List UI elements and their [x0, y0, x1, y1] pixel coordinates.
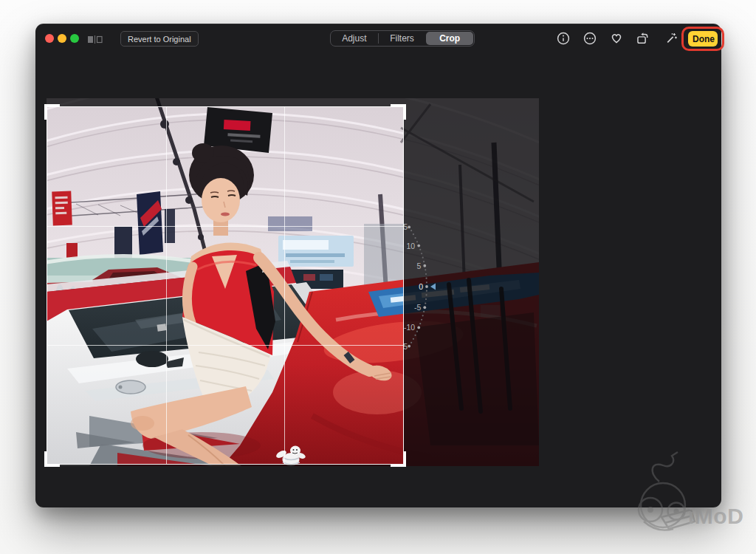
desktop-background: Revert to Original Adjust Filters Crop — [0, 0, 756, 554]
rotation-dial[interactable]: 151050-5-10-15 — [404, 214, 448, 359]
crop-handle-top-right[interactable] — [391, 104, 406, 120]
svg-text:-5: -5 — [414, 303, 421, 312]
grid-line-horizontal-2 — [47, 345, 403, 346]
grid-line-vertical-1 — [166, 107, 167, 464]
compare-icon[interactable] — [87, 34, 103, 44]
svg-text:-15: -15 — [404, 342, 408, 351]
close-button[interactable] — [45, 34, 54, 43]
auto-enhance-icon[interactable] — [664, 32, 678, 45]
tab-crop[interactable]: Crop — [426, 32, 473, 45]
tab-adjust[interactable]: Adjust — [331, 31, 378, 46]
favorite-icon[interactable] — [610, 32, 623, 45]
crop-selection-frame[interactable] — [47, 106, 404, 465]
rotate-icon[interactable] — [636, 32, 649, 45]
crop-handle-bottom-right[interactable] — [391, 451, 406, 467]
revert-button[interactable]: Revert to Original — [120, 31, 199, 47]
revert-label: Revert to Original — [128, 35, 191, 44]
titlebar: Revert to Original Adjust Filters Crop — [35, 24, 721, 53]
done-button[interactable]: Done — [688, 31, 718, 47]
svg-text:15: 15 — [404, 222, 408, 231]
info-icon[interactable] — [557, 32, 570, 45]
edit-mode-tabs: Adjust Filters Crop — [330, 30, 475, 47]
photos-edit-window: Revert to Original Adjust Filters Crop — [35, 24, 721, 507]
crop-handle-bottom-left[interactable] — [44, 451, 60, 467]
tab-filters[interactable]: Filters — [379, 31, 426, 46]
minimize-button[interactable] — [58, 34, 66, 43]
svg-text:5: 5 — [416, 261, 421, 270]
svg-text:10: 10 — [407, 242, 416, 250]
svg-text:-10: -10 — [404, 323, 415, 332]
grid-line-horizontal-1 — [47, 226, 403, 227]
grid-line-vertical-2 — [284, 107, 285, 464]
svg-text:0: 0 — [419, 282, 423, 291]
watermark-text: iMoD — [688, 504, 743, 529]
crop-handle-top-left[interactable] — [44, 104, 60, 120]
dial-pointer — [430, 284, 436, 290]
more-options-icon[interactable] — [583, 32, 597, 45]
zoom-button[interactable] — [70, 34, 79, 43]
